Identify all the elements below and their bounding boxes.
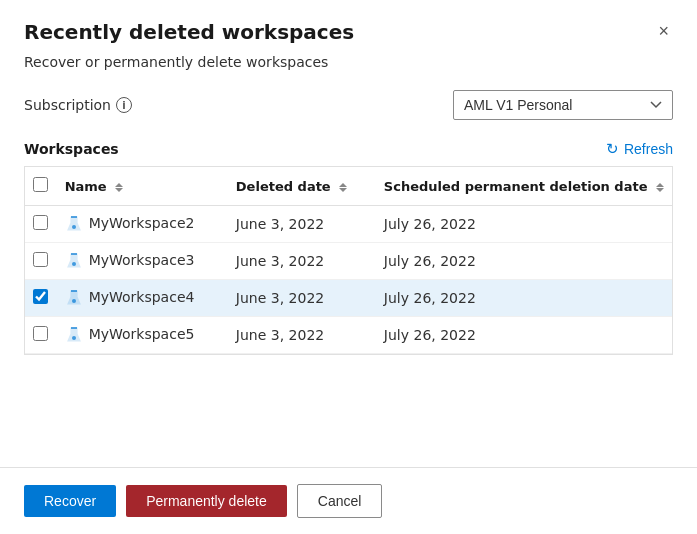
table-row: MyWorkspace5June 3, 2022July 26, 2022 (25, 317, 672, 354)
dialog: Recently deleted workspaces × Recover or… (0, 0, 697, 534)
cancel-button[interactable]: Cancel (297, 484, 383, 518)
row-checkbox-cell (25, 206, 57, 243)
header-deleted-label: Deleted date (236, 179, 331, 194)
table-header-row: Name Deleted date Scheduled permanent de… (25, 167, 672, 206)
row-checkbox-cell (25, 280, 57, 317)
row-checkbox-cell (25, 317, 57, 354)
refresh-label: Refresh (624, 141, 673, 157)
select-all-checkbox[interactable] (33, 177, 48, 192)
table-body: MyWorkspace2June 3, 2022July 26, 2022 My… (25, 206, 672, 354)
header-scheduled[interactable]: Scheduled permanent deletion date (376, 167, 672, 206)
workspace-icon (65, 326, 83, 344)
refresh-button[interactable]: ↻ Refresh (606, 140, 673, 158)
svg-point-2 (72, 299, 76, 303)
workspace-icon (65, 252, 83, 270)
row-name-cell: MyWorkspace3 (57, 243, 228, 280)
row-deleted-date: June 3, 2022 (228, 206, 376, 243)
row-name: MyWorkspace2 (89, 215, 195, 231)
row-scheduled-deletion: July 26, 2022 (376, 280, 672, 317)
header-name-label: Name (65, 179, 107, 194)
row-name: MyWorkspace3 (89, 252, 195, 268)
row-name: MyWorkspace5 (89, 326, 195, 342)
row-checkbox[interactable] (33, 289, 48, 304)
row-scheduled-deletion: July 26, 2022 (376, 317, 672, 354)
scheduled-sort-icon (656, 183, 664, 192)
row-checkbox[interactable] (33, 252, 48, 267)
table-row: MyWorkspace2June 3, 2022July 26, 2022 (25, 206, 672, 243)
header-checkbox-cell (25, 167, 57, 206)
table-row: MyWorkspace4June 3, 2022July 26, 2022 (25, 280, 672, 317)
row-deleted-date: June 3, 2022 (228, 280, 376, 317)
workspaces-table: Name Deleted date Scheduled permanent de… (25, 167, 672, 354)
row-checkbox[interactable] (33, 326, 48, 341)
row-name-cell: MyWorkspace2 (57, 206, 228, 243)
row-scheduled-deletion: July 26, 2022 (376, 206, 672, 243)
workspace-icon (65, 289, 83, 307)
dialog-title: Recently deleted workspaces (24, 20, 354, 44)
svg-point-0 (72, 225, 76, 229)
row-checkbox-cell (25, 243, 57, 280)
row-deleted-date: June 3, 2022 (228, 317, 376, 354)
dialog-subtitle: Recover or permanently delete workspaces (24, 54, 673, 70)
close-button[interactable]: × (654, 20, 673, 42)
header-name[interactable]: Name (57, 167, 228, 206)
deleted-sort-icon (339, 183, 347, 192)
refresh-icon: ↻ (606, 140, 619, 158)
workspace-icon (65, 215, 83, 233)
dialog-header: Recently deleted workspaces × (0, 0, 697, 54)
header-scheduled-label: Scheduled permanent deletion date (384, 179, 648, 194)
dialog-body: Recover or permanently delete workspaces… (0, 54, 697, 467)
dialog-footer: Recover Permanently delete Cancel (0, 467, 697, 534)
workspaces-header-row: Workspaces ↻ Refresh (24, 140, 673, 158)
row-scheduled-deletion: July 26, 2022 (376, 243, 672, 280)
svg-point-1 (72, 262, 76, 266)
svg-point-3 (72, 336, 76, 340)
recover-button[interactable]: Recover (24, 485, 116, 517)
permanently-delete-button[interactable]: Permanently delete (126, 485, 287, 517)
row-name-cell: MyWorkspace4 (57, 280, 228, 317)
subscription-row: Subscription i AML V1 Personal (24, 90, 673, 120)
subscription-select[interactable]: AML V1 Personal (453, 90, 673, 120)
header-deleted-date[interactable]: Deleted date (228, 167, 376, 206)
row-name: MyWorkspace4 (89, 289, 195, 305)
info-icon: i (116, 97, 132, 113)
row-checkbox[interactable] (33, 215, 48, 230)
subscription-text: Subscription (24, 97, 111, 113)
row-deleted-date: June 3, 2022 (228, 243, 376, 280)
table-container: Name Deleted date Scheduled permanent de… (24, 166, 673, 355)
name-sort-icon (115, 183, 123, 192)
table-row: MyWorkspace3June 3, 2022July 26, 2022 (25, 243, 672, 280)
subscription-label: Subscription i (24, 97, 132, 113)
row-name-cell: MyWorkspace5 (57, 317, 228, 354)
workspaces-label: Workspaces (24, 141, 119, 157)
